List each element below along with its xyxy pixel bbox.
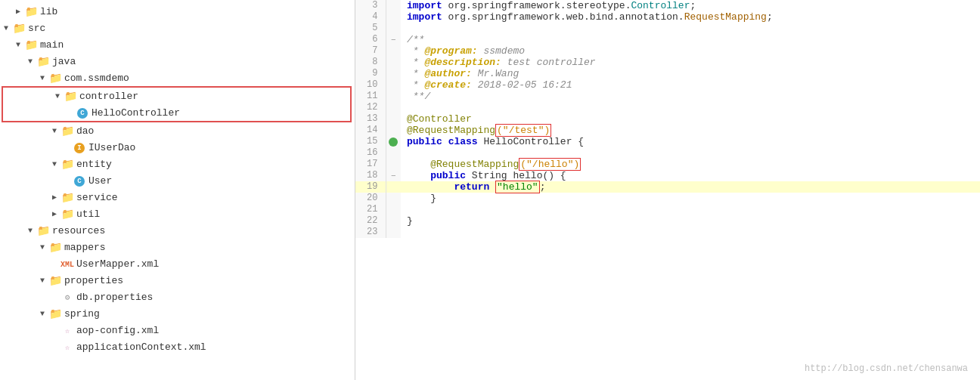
code-line-15: 15 public class HelloController { <box>355 136 980 147</box>
line-gutter-19 <box>386 181 401 193</box>
arrow-spring-folder: ▼ <box>36 310 48 318</box>
tree-item-service[interactable]: ▶ 📁 service <box>0 189 355 205</box>
code-line-22: 22 } <box>355 215 980 227</box>
tree-item-entity[interactable]: ▼ 📁 entity <box>0 156 355 172</box>
code-line-6: 6 − /** <box>355 34 980 45</box>
tree-label-service: service <box>76 192 355 203</box>
line-num-17: 17 <box>355 159 386 170</box>
code-line-19: 19 return "hello"; <box>355 181 980 193</box>
line-num-21: 21 <box>355 204 386 215</box>
tree-label-util: util <box>76 209 355 220</box>
folder-icon-controller: 📁 <box>64 90 77 103</box>
line-gutter-9 <box>386 68 401 79</box>
tree-item-main[interactable]: ▼ 📁 main <box>0 36 355 53</box>
code-line-10: 10 * @create: 2018-02-05 16:21 <box>355 79 980 91</box>
tree-label-dbproperties: db.properties <box>76 292 355 303</box>
line-gutter-13 <box>386 113 401 125</box>
tree-item-spring-folder[interactable]: ▼ 📁 spring <box>0 305 355 322</box>
code-line-5: 5 <box>355 23 980 34</box>
tree-item-dbproperties[interactable]: ⚙ db.properties <box>0 289 355 305</box>
tree-label-dao: dao <box>76 125 355 137</box>
arrow-dbproperties <box>48 293 60 301</box>
folder-icon-mappers: 📁 <box>48 241 62 254</box>
code-line-18: 18 − public String hello() { <box>355 170 980 181</box>
folder-icon-util: 📁 <box>60 208 74 221</box>
line-content-14: @RequestMapping("/test") <box>401 125 980 136</box>
tree-item-comssmdemo[interactable]: ▼ 📁 com.ssmdemo <box>0 70 355 86</box>
line-gutter-16 <box>386 147 401 159</box>
line-gutter-5 <box>386 23 401 34</box>
tree-item-resources[interactable]: ▼ 📁 resources <box>0 222 355 239</box>
tree-item-java[interactable]: ▼ 📁 java <box>0 53 355 70</box>
tree-item-hellocontroller[interactable]: C HelloController <box>3 104 350 121</box>
line-content-7: * @program: ssmdemo <box>401 45 980 57</box>
tree-label-user: User <box>88 175 355 187</box>
line-gutter-6: − <box>386 34 401 45</box>
tree-item-user[interactable]: C User <box>0 172 355 189</box>
line-gutter-7 <box>386 45 401 57</box>
line-gutter-20 <box>386 193 401 204</box>
folder-icon-properties: 📁 <box>48 274 62 287</box>
line-content-11: **/ <box>401 91 980 102</box>
arrow-entity: ▼ <box>48 160 60 168</box>
arrow-mappers: ▼ <box>36 243 48 252</box>
line-num-23: 23 <box>355 227 386 238</box>
folder-icon-service: 📁 <box>60 191 74 204</box>
tree-item-mappers[interactable]: ▼ 📁 mappers <box>0 239 355 255</box>
folder-icon-java: 📁 <box>36 55 50 68</box>
arrow-util: ▶ <box>48 209 60 218</box>
line-num-7: 7 <box>355 45 386 57</box>
line-gutter-14 <box>386 125 401 136</box>
line-num-16: 16 <box>355 147 386 159</box>
tree-item-controller[interactable]: ▼ 📁 controller <box>3 88 350 104</box>
folder-icon-spring: 📁 <box>48 307 62 320</box>
line-gutter-22 <box>386 215 401 227</box>
line-gutter-12 <box>386 102 401 113</box>
line-content-10: * @create: 2018-02-05 16:21 <box>401 79 980 91</box>
line-content-22: } <box>401 215 980 227</box>
tree-item-iuserdao[interactable]: I IUserDao <box>0 139 355 156</box>
line-num-14: 14 <box>355 125 386 136</box>
line-content-16 <box>401 147 980 159</box>
line-gutter-3 <box>386 0 401 11</box>
java-c-icon-user: C <box>73 175 86 187</box>
folder-icon-lib: 📁 <box>24 5 38 18</box>
arrow-comssmdemo: ▼ <box>36 74 48 82</box>
tree-item-appcontext[interactable]: ☆ applicationContext.xml <box>0 338 355 355</box>
tree-item-src[interactable]: ▼ 📁 src <box>0 20 355 36</box>
tree-label-hellocontroller: HelloController <box>91 107 350 119</box>
tree-item-aopconfig[interactable]: ☆ aop-config.xml <box>0 322 355 338</box>
line-content-8: * @description: test controller <box>401 57 980 68</box>
arrow-hellocontroller <box>64 109 76 117</box>
line-content-20: } <box>401 193 980 204</box>
tree-item-properties-folder[interactable]: ▼ 📁 properties <box>0 272 355 289</box>
java-i-icon-iuserdao: I <box>73 141 86 153</box>
tree-label-properties-folder: properties <box>64 275 355 286</box>
folder-icon-comssmdemo: 📁 <box>48 72 62 85</box>
folder-icon-src: 📁 <box>12 22 26 35</box>
code-table: 3 import org.springframework.stereotype.… <box>355 0 980 238</box>
line-num-6: 6 <box>355 34 386 45</box>
arrow-resources: ▼ <box>24 227 36 235</box>
code-line-9: 9 * @author: Mr.Wang <box>355 68 980 79</box>
line-content-12 <box>401 102 980 113</box>
code-line-11: 11 **/ <box>355 91 980 102</box>
arrow-service: ▶ <box>48 193 60 202</box>
code-line-7: 7 * @program: ssmdemo <box>355 45 980 57</box>
line-num-4: 4 <box>355 11 386 23</box>
tree-label-comssmdemo: com.ssmdemo <box>64 73 355 84</box>
line-num-10: 10 <box>355 79 386 91</box>
tree-item-util[interactable]: ▶ 📁 util <box>0 205 355 222</box>
highlight-box-controller: ▼ 📁 controller C HelloController <box>2 86 352 122</box>
tree-item-dao[interactable]: ▼ 📁 dao <box>0 122 355 139</box>
line-num-18: 18 <box>355 170 386 181</box>
line-gutter-8 <box>386 57 401 68</box>
line-content-18: public String hello() { <box>401 170 980 181</box>
tree-item-usermapper[interactable]: XML UserMapper.xml <box>0 255 355 272</box>
arrow-appcontext <box>48 343 60 351</box>
tree-item-lib[interactable]: ▶ 📁 lib <box>0 3 355 20</box>
line-gutter-21 <box>386 204 401 215</box>
line-num-5: 5 <box>355 23 386 34</box>
line-content-9: * @author: Mr.Wang <box>401 68 980 79</box>
code-line-12: 12 <box>355 102 980 113</box>
